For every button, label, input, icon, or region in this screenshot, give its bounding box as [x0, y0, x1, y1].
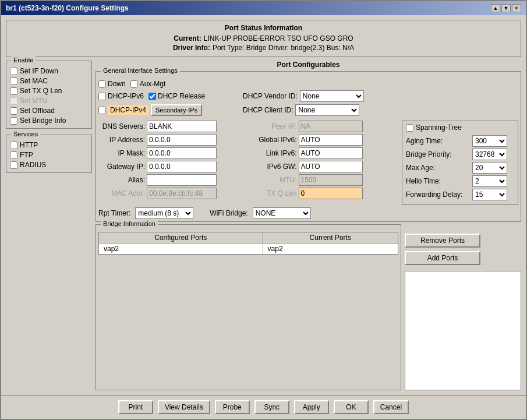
- dhcp-ipv4-left: DHCP-IPv4 Secondary-IPs: [98, 104, 238, 116]
- dhcp-release-item: DHCP Release: [148, 92, 205, 100]
- enable-item-set-if-down: Set IF Down: [10, 67, 88, 75]
- ok-button[interactable]: OK: [334, 400, 369, 414]
- close-button[interactable]: ✕: [512, 4, 521, 12]
- table-row: vap2 vap2: [99, 243, 398, 255]
- top-checks-left: Down Aux-Mgt: [98, 80, 238, 88]
- set-mac-checkbox[interactable]: [10, 77, 17, 85]
- ip-mask-input[interactable]: [147, 147, 217, 159]
- top-checks-row: Down Aux-Mgt: [98, 80, 518, 88]
- dhcp-release-label: DHCP Release: [158, 92, 205, 100]
- set-bridge-info-checkbox[interactable]: [10, 117, 17, 125]
- ip-address-input[interactable]: [147, 134, 217, 146]
- spanning-tree-label: Spanning-Tree: [416, 123, 462, 132]
- mac-addr-label: MAC Addr:: [98, 189, 145, 197]
- aging-time-select[interactable]: 300: [472, 135, 507, 147]
- ip-mask-row: IP Mask:: [98, 147, 248, 159]
- dhcp-ipv4-checkbox[interactable]: [98, 107, 106, 114]
- spanning-tree-box: Spanning-Tree Aging Time: 300 Bridge Pri…: [402, 121, 518, 205]
- enable-item-set-mac: Set MAC: [10, 77, 88, 85]
- dhcp-release-checkbox[interactable]: [148, 93, 156, 100]
- global-ipv6-input[interactable]: [299, 134, 363, 146]
- max-age-label: Max Age:: [406, 164, 470, 172]
- probe-button[interactable]: Probe: [215, 400, 250, 414]
- peer-ip-input: [299, 121, 363, 132]
- ip-address-label: IP Address:: [98, 136, 145, 144]
- dhcp-ipv6-label: DHCP-IPv6: [108, 92, 144, 100]
- ftp-label: FTP: [20, 151, 33, 159]
- hello-time-select[interactable]: 2: [472, 175, 507, 187]
- port-status-driver-row: Driver Info: Port Type: Bridge Driver: b…: [10, 44, 517, 52]
- dhcp-client-select[interactable]: None: [295, 104, 359, 116]
- wifi-bridge-select[interactable]: NONE: [253, 207, 311, 219]
- ports-list: [405, 271, 521, 390]
- down-label: Down: [108, 80, 126, 88]
- dhcp-ipv4-label: DHCP-IPv4: [108, 105, 148, 115]
- bridge-table: Configured Ports Current Ports vap2 vap2: [98, 232, 398, 255]
- apply-button[interactable]: Apply: [294, 400, 329, 414]
- view-details-button[interactable]: View Details: [158, 400, 210, 414]
- spanning-tree-checkbox[interactable]: [406, 124, 413, 132]
- alias-input[interactable]: [147, 174, 217, 186]
- spanning-tree-check-row: Spanning-Tree: [406, 123, 514, 132]
- services-group-content: HTTP FTP RADIUS: [10, 141, 88, 169]
- bridge-info-box: Bridge Information Configured Ports Curr…: [96, 224, 401, 390]
- configured-port-cell: vap2: [99, 243, 263, 255]
- add-ports-button[interactable]: Add Ports: [405, 251, 480, 265]
- set-mtu-label: Set MTU: [20, 97, 47, 105]
- aux-mgt-checkbox[interactable]: [130, 80, 138, 88]
- dns-servers-input[interactable]: [147, 121, 217, 132]
- general-settings-box: General Interface Settings Down: [96, 71, 521, 222]
- set-offload-checkbox[interactable]: [10, 107, 17, 115]
- alias-label: Alias:: [98, 176, 145, 184]
- remove-ports-button[interactable]: Remove Ports: [405, 234, 480, 248]
- cancel-button[interactable]: Cancel: [373, 400, 409, 414]
- current-ports-header: Current Ports: [263, 232, 398, 243]
- minimize-button[interactable]: ▲: [491, 4, 500, 12]
- wifi-bridge-label: WiFi Bridge:: [210, 209, 247, 217]
- set-if-down-label: Set IF Down: [20, 67, 58, 75]
- dhcp-ipv6-checkbox[interactable]: [98, 93, 106, 100]
- content-area: Port Status Information Current: LINK-UP…: [1, 15, 526, 395]
- mac-addr-input: [147, 188, 217, 199]
- services-group: Services HTTP FTP RADIUS: [6, 135, 92, 173]
- dhcp-row: DHCP-IPv6 DHCP Release DHCP Vendor ID:: [98, 90, 518, 102]
- set-if-down-checkbox[interactable]: [10, 68, 17, 75]
- down-checkbox[interactable]: [98, 80, 106, 88]
- enable-item-set-offload: Set Offload: [10, 107, 88, 115]
- forwarding-delay-select[interactable]: 15: [472, 189, 507, 200]
- hello-time-row: Hello Time: 2: [406, 175, 514, 187]
- sync-button[interactable]: Sync: [254, 400, 289, 414]
- link-ipv6-input[interactable]: [299, 147, 363, 159]
- current-port-cell: vap2: [263, 243, 398, 255]
- ports-actions: Remove Ports Add Ports: [405, 224, 521, 390]
- mac-addr-row: MAC Addr:: [98, 188, 248, 199]
- gateway-ip-row: Gateway IP:: [98, 161, 248, 172]
- restore-button[interactable]: ▼: [501, 4, 511, 12]
- aging-time-row: Aging Time: 300: [406, 135, 514, 147]
- port-status-title: Port Status Information: [10, 24, 517, 32]
- services-group-title: Services: [11, 130, 40, 137]
- print-button[interactable]: Print: [118, 400, 153, 414]
- dhcp-vendor-select[interactable]: None: [300, 90, 364, 102]
- http-checkbox[interactable]: [10, 142, 17, 149]
- dhcp-ipv4-item: DHCP-IPv4: [98, 105, 148, 115]
- aux-mgt-check-item: Aux-Mgt: [130, 80, 166, 88]
- radius-checkbox[interactable]: [10, 161, 17, 169]
- mtu-row: MTU:: [250, 174, 400, 186]
- ipv6-gw-row: IPv6 GW:: [250, 161, 400, 172]
- secondary-ips-button[interactable]: Secondary-IPs: [151, 104, 202, 116]
- forwarding-delay-row: Forwarding Delay: 15: [406, 189, 514, 200]
- max-age-row: Max Age: 20: [406, 162, 514, 174]
- bridge-priority-select[interactable]: 32768: [472, 149, 507, 160]
- ftp-checkbox[interactable]: [10, 151, 17, 159]
- set-tx-q-len-checkbox[interactable]: [10, 87, 17, 95]
- main-area: Enable Set IF Down Set MAC Set TX Q L: [6, 61, 521, 390]
- alias-row: Alias:: [98, 174, 248, 186]
- gateway-ip-input[interactable]: [147, 161, 217, 172]
- peer-ip-row: Peer IP:: [250, 121, 400, 132]
- max-age-select[interactable]: 20: [472, 162, 507, 174]
- current-value: LINK-UP PROBE-ERROR TSO UFO GSO GRO: [204, 34, 353, 43]
- ipv6-gw-input[interactable]: [299, 161, 363, 172]
- rpt-timer-select[interactable]: medium (8 s): [135, 207, 193, 219]
- settings-col-right: Peer IP: Global IPv6: Link IPv6:: [250, 121, 400, 205]
